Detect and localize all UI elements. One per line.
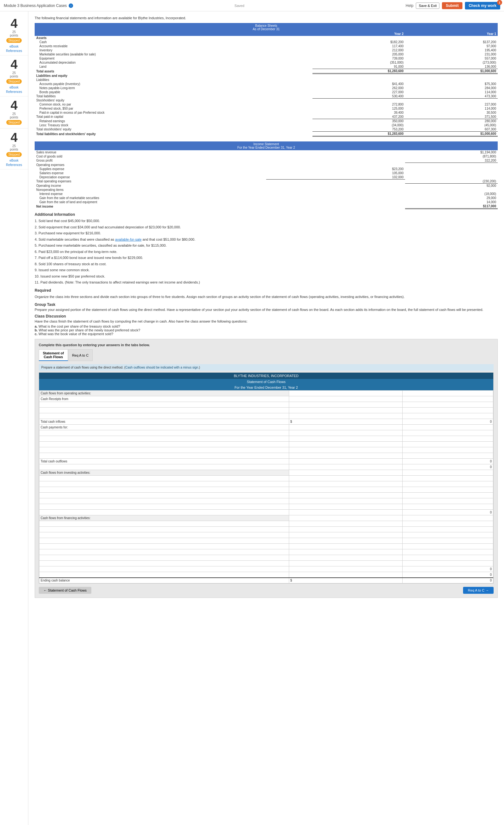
operating-receipt-1-label[interactable] [41,403,288,406]
table-row: Notes payable-Long-term262,000284,000 [34,86,498,90]
ebook-link-1[interactable]: eBook [9,45,18,48]
required-title: Required [34,288,498,293]
financing-item-1-label[interactable] [41,522,288,525]
financing-item-3-label[interactable] [41,533,288,537]
tab-statement-cash-flows[interactable]: Statement ofCash Flows [39,349,68,361]
investing-item-4-amount[interactable] [290,494,401,497]
table-row: Accumulated depreciation(351,000)(273,00… [34,61,498,65]
submit-button[interactable]: Submit [442,2,462,9]
help-button[interactable]: Help [406,3,414,8]
ending-cash-value: 0 [402,578,493,583]
operating-payment-2-amount[interactable] [290,437,401,440]
ebook-link-4[interactable]: eBook [9,159,18,162]
class-discussion-text: Have the class finish the statement of c… [34,319,498,323]
additional-info-item-2: 2. Sold equipment that cost $34,000 and … [34,225,498,230]
nav-right: Help Save & Exit Submit Check my work 1 [406,2,500,9]
financing-item-7-amount[interactable] [290,556,401,559]
investing-item-6-amount[interactable] [290,505,401,508]
financing-item-8-amount[interactable] [290,561,401,565]
next-button[interactable]: Req A to C → [463,587,494,594]
investing-item-1-amount[interactable] [290,476,401,480]
top-navigation: Module 3 Business Application Cases i Sa… [0,0,504,11]
income-statement-table: Income StatementFor the Year Ended Decem… [34,141,498,209]
references-link-4[interactable]: References [6,163,22,167]
financing-item-7-label[interactable] [41,556,288,559]
financing-item-4-amount[interactable] [290,539,401,542]
financing-item-5-label[interactable] [41,545,288,548]
group-task-section: Group Task Prepare your assigned portion… [34,302,498,311]
total-outflows-label: Total cash outflows [40,459,289,464]
question-number-2: 4 [10,58,17,71]
prev-button[interactable]: ← Statement of Cash Flows [39,587,91,594]
table-row: Total operating expenses(230,200) [34,179,498,183]
references-link-2[interactable]: References [6,90,22,93]
table-row: Total cash outflows 0 [40,459,493,464]
investing-item-1-label[interactable] [41,476,288,480]
table-row: Accounts payable (Inventory)$41,400$75,3… [34,82,498,86]
check-my-work-button[interactable]: Check my work 1 [465,2,500,9]
tab-req-a-to-c[interactable]: Req A to C [68,349,93,361]
operating-payment-4-amount[interactable] [290,448,401,452]
class-discussion-title: Class Discussion [34,314,498,318]
financing-item-4-label[interactable] [41,539,288,542]
financing-item-6-amount[interactable] [290,550,401,554]
operating-payment-3-label[interactable] [41,443,288,446]
operating-payment-1-label[interactable] [41,431,288,435]
operating-payment-2-label[interactable] [41,437,288,440]
table-row: Net income $117,000 [34,204,498,209]
table-row [40,555,493,561]
operating-payment-3-amount[interactable] [290,443,401,446]
operating-receipt-3-amount[interactable] [290,414,401,418]
investing-item-3-label[interactable] [41,488,288,492]
required-section: Required Organize the class into three s… [34,288,498,300]
additional-info-item-4: 4. Sold marketable securities that were … [34,237,498,242]
table-row: Marketable securities (available for sal… [34,52,498,56]
operating-payment-5-label[interactable] [41,454,288,457]
references-link-1[interactable]: References [6,49,22,53]
operating-payment-1-amount[interactable] [290,431,401,435]
financing-item-1-amount[interactable] [290,522,401,525]
net-operating-label [40,464,289,470]
table-row [40,430,493,436]
operating-receipt-2-amount[interactable] [290,408,401,412]
table-row: Bonds payable227,000114,000 [34,90,498,94]
financing-item-3-amount[interactable] [290,533,401,537]
additional-info-item-5: 5. Purchased new marketable securities, … [34,243,498,248]
operating-payment-5-amount[interactable] [290,454,401,457]
financing-item-6-label[interactable] [41,550,288,554]
table-row: Salaries expense105,000 [34,171,498,175]
sidebar-section-3: 4 25points Skipped [0,96,28,129]
investing-item-3-amount[interactable] [290,488,401,492]
ebook-link-2[interactable]: eBook [9,86,18,89]
financing-item-5-amount[interactable] [290,545,401,548]
table-row: Cost of goods sold(871,800) [34,154,498,158]
financing-item-2-amount[interactable] [290,528,401,531]
operating-payment-4-label[interactable] [41,448,288,452]
table-row: Paid-in capital in excess of par-Preferr… [34,110,498,115]
table-row: Sales revenue$1,194,000 [34,150,498,154]
financing-item-2-label[interactable] [41,528,288,531]
investing-item-2-label[interactable] [41,482,288,486]
investing-item-6-label[interactable] [41,505,288,508]
save-exit-button[interactable]: Save & Exit [416,3,439,9]
table-row [40,436,493,442]
table-row [40,544,493,549]
investing-item-5-label[interactable] [41,499,288,503]
investing-item-5-amount[interactable] [290,499,401,503]
investing-item-4-label[interactable] [41,494,288,497]
ending-cash-label: Ending cash balance [40,578,289,583]
table-row: Depreciation expense102,000 [34,175,498,179]
financing-item-8-label[interactable] [41,561,288,565]
net-change-label [40,567,289,572]
investing-item-2-amount[interactable] [290,482,401,486]
table-row: Total paid-in capital 437,200 371,500 [34,115,498,119]
operating-receipt-3-label[interactable] [41,414,288,418]
table-row [40,561,493,567]
table-row: Cash flows from investing activities: [40,470,493,476]
balance-sheet-title: Balance SheetsAs of December 31 [34,23,498,32]
operating-receipt-1-amount[interactable] [290,403,401,406]
operating-receipt-2-label[interactable] [41,408,288,412]
info-icon[interactable]: i [69,3,73,8]
table-row [40,442,493,447]
additional-info-item-6: 6. Paid $23,000 on the principal of the … [34,249,498,254]
